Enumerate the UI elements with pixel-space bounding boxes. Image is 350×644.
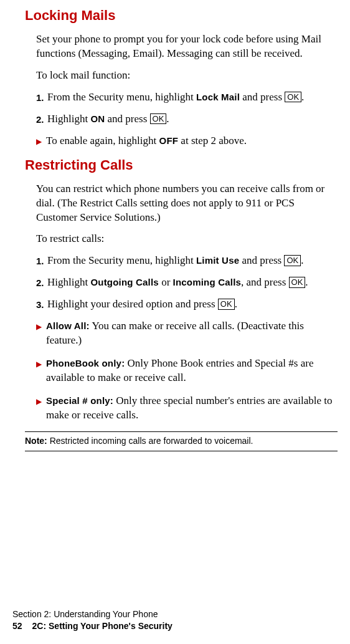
restrict-step-2: 2. Highlight Outgoing Calls or Incoming … xyxy=(36,276,338,290)
restrict-intro: You can restrict which phone numbers you… xyxy=(36,182,338,225)
step-body: From the Security menu, highlight Limit … xyxy=(47,254,338,268)
triangle-bullet-icon: ▶ xyxy=(36,357,46,385)
restricting-body: You can restrict which phone numbers you… xyxy=(36,182,338,423)
bullet-post: at step 2 above. xyxy=(178,135,247,147)
step-number: 2. xyxy=(36,112,47,127)
note-rule-bottom xyxy=(25,451,338,451)
heading-locking-mails: Locking Mails xyxy=(25,7,338,24)
step-number: 3. xyxy=(36,297,47,312)
step-bold1: Outgoing Calls xyxy=(90,277,158,287)
step-mid: and press xyxy=(239,254,284,266)
locking-mails-body: Set your phone to prompt you for your lo… xyxy=(36,32,338,148)
step-bold2: Incoming Calls xyxy=(173,277,242,287)
step-mid: , and press xyxy=(241,276,288,288)
step-body: Highlight ON and press OK. xyxy=(47,112,338,127)
step-bold: Limit Use xyxy=(196,255,239,266)
step-body: Highlight Outgoing Calls or Incoming Cal… xyxy=(47,276,338,290)
step-body: From the Security menu, highlight Lock M… xyxy=(47,90,338,105)
note-line: Note: Restricted incoming calls are forw… xyxy=(25,435,338,448)
step-text: Highlight xyxy=(47,113,90,125)
step-number: 2. xyxy=(36,276,47,290)
ok-key-icon: OK xyxy=(284,255,301,266)
bullet-body: Allow All: You can make or receive all c… xyxy=(46,319,338,348)
bullet-label: Allow All: xyxy=(46,320,90,331)
bullet-body: To enable again, highlight OFF at step 2… xyxy=(46,134,338,148)
locking-howto: To lock mail function: xyxy=(36,69,338,83)
bullet-label: PhoneBook only: xyxy=(46,358,125,368)
step-body: Highlight your desired option and press … xyxy=(47,297,338,312)
step-bold: Lock Mail xyxy=(196,92,240,102)
restrict-step-3: 3. Highlight your desired option and pre… xyxy=(36,297,338,312)
page-number: 52 xyxy=(12,620,22,633)
step-text: Highlight your desired option and press xyxy=(47,298,218,310)
step-number: 1. xyxy=(36,90,47,105)
note-text: Restricted incoming calls are forwarded … xyxy=(50,436,253,446)
bullet-body: Special # only: Only three special numbe… xyxy=(46,394,338,423)
bullet-body: PhoneBook only: Only Phone Book entries … xyxy=(46,357,338,385)
footer-section-label: Section 2: Understanding Your Phone xyxy=(12,608,173,621)
step-post: . xyxy=(305,276,308,288)
step-or: or xyxy=(159,276,173,288)
step-mid: and press xyxy=(240,91,285,103)
restrict-step-1: 1. From the Security menu, highlight Lim… xyxy=(36,254,338,268)
step-text: From the Security menu, highlight xyxy=(47,254,196,266)
ok-key-icon: OK xyxy=(285,92,301,103)
triangle-bullet-icon: ▶ xyxy=(36,394,46,423)
restrict-howto: To restrict calls: xyxy=(36,232,338,246)
locking-bullet: ▶ To enable again, highlight OFF at step… xyxy=(36,134,338,148)
locking-intro: Set your phone to prompt you for your lo… xyxy=(36,32,338,61)
note-rule-top xyxy=(25,431,338,432)
restrict-bullet-special: ▶ Special # only: Only three special num… xyxy=(36,394,338,423)
bullet-pre: To enable again, highlight xyxy=(46,135,159,147)
triangle-bullet-icon: ▶ xyxy=(36,134,46,148)
step-text: Highlight xyxy=(47,276,90,288)
step-mid: and press xyxy=(105,113,149,125)
step-post: . xyxy=(301,254,303,266)
step-number: 1. xyxy=(36,254,47,268)
bullet-bold: OFF xyxy=(159,135,179,146)
ok-key-icon: OK xyxy=(218,299,235,310)
page-footer: Section 2: Understanding Your Phone 522C… xyxy=(12,608,173,633)
triangle-bullet-icon: ▶ xyxy=(36,319,46,348)
footer-title: 2C: Setting Your Phone's Security xyxy=(32,621,173,631)
step-text: From the Security menu, highlight xyxy=(47,91,196,103)
note-label: Note: xyxy=(25,436,50,446)
ok-key-icon: OK xyxy=(150,113,167,125)
step-bold: ON xyxy=(90,113,105,124)
locking-step-2: 2. Highlight ON and press OK. xyxy=(36,112,338,127)
ok-key-icon: OK xyxy=(289,277,306,288)
page-content: Locking Mails Set your phone to prompt y… xyxy=(0,0,350,451)
locking-step-1: 1. From the Security menu, highlight Loc… xyxy=(36,90,338,105)
footer-chapter-label: 522C: Setting Your Phone's Security xyxy=(12,620,173,633)
bullet-label: Special # only: xyxy=(46,395,113,406)
step-post: . xyxy=(301,91,304,103)
step-post: . xyxy=(235,298,237,310)
restrict-bullet-phonebook: ▶ PhoneBook only: Only Phone Book entrie… xyxy=(36,357,338,385)
heading-restricting-calls: Restricting Calls xyxy=(25,157,338,173)
step-post: . xyxy=(166,113,169,125)
restrict-bullet-allow-all: ▶ Allow All: You can make or receive all… xyxy=(36,319,338,348)
